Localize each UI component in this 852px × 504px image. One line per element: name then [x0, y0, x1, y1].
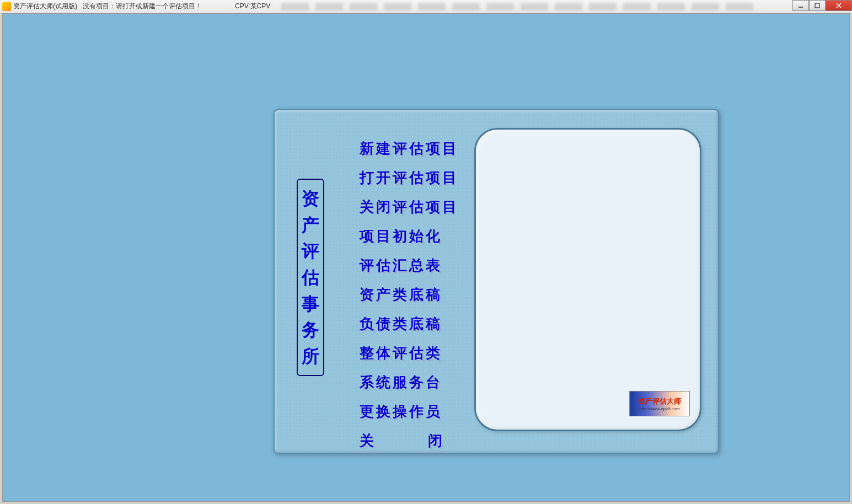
welcome-panel: 资 产 评 估 事 务 所 新建评估项目 打开评估项目 关闭评估项目 项目初始化… [274, 109, 719, 454]
cpv-label: CPV:某CPV [235, 2, 270, 11]
app-title: 资产评估大师(试用版) [13, 2, 77, 11]
titlebar: 资产评估大师(试用版) 没有项目：请打开或新建一个评估项目！ CPV:某CPV [0, 0, 852, 13]
logo-text: 资产评估大师 [638, 396, 681, 406]
menu-exit[interactable]: 关闭 [360, 431, 459, 451]
char-3: 估 [302, 269, 319, 286]
toolbar-blurred [281, 3, 753, 10]
char-2: 评 [302, 242, 319, 260]
menu-asset-drafts[interactable]: 资产类底稿 [360, 285, 459, 304]
char-4: 事 [302, 295, 319, 313]
app-icon [2, 2, 11, 11]
menu-new-project[interactable]: 新建评估项目 [360, 139, 459, 158]
menu-close-project[interactable]: 关闭评估项目 [360, 197, 459, 217]
menu-change-operator[interactable]: 更换操作员 [360, 402, 459, 421]
menu-liability-drafts[interactable]: 负债类底稿 [360, 314, 459, 334]
logo-badge: 资产评估大师 http://www.cpv8.com [629, 391, 690, 416]
close-left: 关 [360, 433, 374, 449]
preview-pane: 资产评估大师 http://www.cpv8.com [474, 128, 701, 431]
window-controls [792, 0, 852, 11]
main-workspace: 资 产 评 估 事 务 所 新建评估项目 打开评估项目 关闭评估项目 项目初始化… [2, 13, 850, 502]
svg-rect-1 [815, 3, 819, 8]
main-menu: 新建评估项目 打开评估项目 关闭评估项目 项目初始化 评估汇总表 资产类底稿 负… [360, 139, 459, 451]
project-status: 没有项目：请打开或新建一个评估项目！ [83, 2, 202, 11]
maximize-button[interactable] [809, 0, 826, 11]
menu-open-project[interactable]: 打开评估项目 [360, 168, 459, 187]
close-window-button[interactable] [826, 0, 852, 11]
maximize-icon [815, 3, 820, 8]
menu-init-project[interactable]: 项目初始化 [360, 227, 459, 246]
close-right: 闭 [428, 433, 442, 449]
char-1: 产 [302, 216, 319, 234]
char-5: 务 [302, 321, 319, 339]
char-0: 资 [302, 190, 319, 207]
firm-name-vertical: 资 产 评 估 事 务 所 [297, 179, 324, 376]
menu-system-service[interactable]: 系统服务台 [360, 373, 459, 392]
close-icon [836, 3, 842, 8]
minimize-icon [798, 3, 803, 8]
logo-url: http://www.cpv8.com [639, 406, 679, 411]
menu-summary-table[interactable]: 评估汇总表 [360, 256, 459, 275]
char-6: 所 [302, 347, 319, 365]
minimize-button[interactable] [792, 0, 809, 11]
menu-overall-eval[interactable]: 整体评估类 [360, 344, 459, 363]
